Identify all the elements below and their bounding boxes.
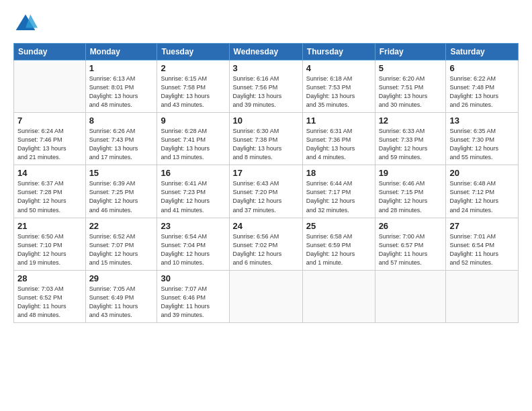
day-number: 17 bbox=[233, 168, 299, 178]
day-number: 25 bbox=[306, 221, 371, 231]
day-number: 15 bbox=[89, 168, 154, 178]
calendar-cell: 27Sunrise: 7:01 AM Sunset: 6:54 PM Dayli… bbox=[446, 218, 519, 270]
day-number: 6 bbox=[449, 63, 515, 73]
day-info: Sunrise: 6:52 AM Sunset: 7:07 PM Dayligh… bbox=[89, 232, 154, 267]
week-row-3: 14Sunrise: 6:37 AM Sunset: 7:28 PM Dayli… bbox=[14, 165, 519, 218]
day-number: 27 bbox=[449, 221, 515, 231]
page: SundayMondayTuesdayWednesdayThursdayFrid… bbox=[0, 0, 532, 411]
calendar-cell: 19Sunrise: 6:46 AM Sunset: 7:15 PM Dayli… bbox=[375, 165, 446, 218]
calendar-cell bbox=[375, 270, 446, 322]
day-number: 12 bbox=[379, 116, 443, 126]
calendar-cell: 20Sunrise: 6:48 AM Sunset: 7:12 PM Dayli… bbox=[446, 165, 519, 218]
weekday-header-monday: Monday bbox=[85, 44, 157, 60]
calendar-cell bbox=[229, 270, 302, 322]
day-info: Sunrise: 7:00 AM Sunset: 6:57 PM Dayligh… bbox=[379, 232, 443, 267]
logo bbox=[13, 12, 42, 36]
calendar-cell: 10Sunrise: 6:30 AM Sunset: 7:38 PM Dayli… bbox=[229, 113, 302, 165]
day-number: 23 bbox=[161, 221, 225, 231]
day-info: Sunrise: 6:15 AM Sunset: 7:58 PM Dayligh… bbox=[161, 75, 225, 109]
day-number: 26 bbox=[379, 221, 443, 231]
day-info: Sunrise: 6:54 AM Sunset: 7:04 PM Dayligh… bbox=[161, 232, 225, 267]
day-info: Sunrise: 6:35 AM Sunset: 7:30 PM Dayligh… bbox=[449, 127, 515, 162]
day-number: 20 bbox=[449, 168, 515, 178]
day-number: 18 bbox=[306, 168, 371, 178]
day-number: 22 bbox=[89, 221, 154, 231]
calendar-cell: 18Sunrise: 6:44 AM Sunset: 7:17 PM Dayli… bbox=[302, 165, 375, 218]
day-info: Sunrise: 6:44 AM Sunset: 7:17 PM Dayligh… bbox=[306, 179, 371, 214]
calendar-cell bbox=[446, 270, 519, 322]
day-number: 7 bbox=[17, 116, 82, 126]
calendar-cell: 16Sunrise: 6:41 AM Sunset: 7:23 PM Dayli… bbox=[157, 165, 229, 218]
weekday-header-sunday: Sunday bbox=[14, 44, 86, 60]
logo-icon bbox=[13, 12, 38, 36]
day-info: Sunrise: 6:50 AM Sunset: 7:10 PM Dayligh… bbox=[17, 232, 82, 267]
day-number: 13 bbox=[449, 116, 515, 126]
day-info: Sunrise: 6:18 AM Sunset: 7:53 PM Dayligh… bbox=[306, 75, 371, 109]
calendar-cell: 28Sunrise: 7:03 AM Sunset: 6:52 PM Dayli… bbox=[14, 270, 86, 322]
calendar-table: SundayMondayTuesdayWednesdayThursdayFrid… bbox=[13, 43, 519, 323]
week-row-1: 1Sunrise: 6:13 AM Sunset: 8:01 PM Daylig… bbox=[14, 60, 519, 113]
day-number: 30 bbox=[161, 273, 225, 283]
day-number: 19 bbox=[379, 168, 443, 178]
day-info: Sunrise: 6:43 AM Sunset: 7:20 PM Dayligh… bbox=[233, 179, 299, 214]
calendar-cell: 21Sunrise: 6:50 AM Sunset: 7:10 PM Dayli… bbox=[14, 218, 86, 270]
day-info: Sunrise: 7:01 AM Sunset: 6:54 PM Dayligh… bbox=[449, 232, 515, 267]
calendar-cell: 24Sunrise: 6:56 AM Sunset: 7:02 PM Dayli… bbox=[229, 218, 302, 270]
day-info: Sunrise: 6:37 AM Sunset: 7:28 PM Dayligh… bbox=[17, 179, 82, 214]
calendar-cell: 12Sunrise: 6:33 AM Sunset: 7:33 PM Dayli… bbox=[375, 113, 446, 165]
week-row-2: 7Sunrise: 6:24 AM Sunset: 7:46 PM Daylig… bbox=[14, 113, 519, 165]
calendar-cell: 11Sunrise: 6:31 AM Sunset: 7:36 PM Dayli… bbox=[302, 113, 375, 165]
day-number: 29 bbox=[89, 273, 154, 283]
day-info: Sunrise: 7:07 AM Sunset: 6:46 PM Dayligh… bbox=[161, 285, 225, 320]
week-row-5: 28Sunrise: 7:03 AM Sunset: 6:52 PM Dayli… bbox=[14, 270, 519, 322]
day-info: Sunrise: 6:13 AM Sunset: 8:01 PM Dayligh… bbox=[89, 75, 154, 109]
day-info: Sunrise: 6:26 AM Sunset: 7:43 PM Dayligh… bbox=[89, 127, 154, 162]
day-info: Sunrise: 6:41 AM Sunset: 7:23 PM Dayligh… bbox=[161, 179, 225, 214]
day-info: Sunrise: 6:16 AM Sunset: 7:56 PM Dayligh… bbox=[233, 75, 299, 109]
calendar-cell bbox=[302, 270, 375, 322]
day-number: 28 bbox=[17, 273, 82, 283]
calendar-cell: 3Sunrise: 6:16 AM Sunset: 7:56 PM Daylig… bbox=[229, 60, 302, 113]
weekday-header-thursday: Thursday bbox=[302, 44, 375, 60]
day-number: 5 bbox=[379, 63, 443, 73]
calendar-cell: 8Sunrise: 6:26 AM Sunset: 7:43 PM Daylig… bbox=[85, 113, 157, 165]
day-info: Sunrise: 6:22 AM Sunset: 7:48 PM Dayligh… bbox=[449, 75, 515, 109]
day-info: Sunrise: 6:30 AM Sunset: 7:38 PM Dayligh… bbox=[233, 127, 299, 162]
calendar-cell: 1Sunrise: 6:13 AM Sunset: 8:01 PM Daylig… bbox=[85, 60, 157, 113]
day-number: 10 bbox=[233, 116, 299, 126]
day-info: Sunrise: 6:33 AM Sunset: 7:33 PM Dayligh… bbox=[379, 127, 443, 162]
calendar-cell: 5Sunrise: 6:20 AM Sunset: 7:51 PM Daylig… bbox=[375, 60, 446, 113]
weekday-header-row: SundayMondayTuesdayWednesdayThursdayFrid… bbox=[14, 44, 519, 60]
day-info: Sunrise: 6:46 AM Sunset: 7:15 PM Dayligh… bbox=[379, 179, 443, 214]
calendar-cell: 22Sunrise: 6:52 AM Sunset: 7:07 PM Dayli… bbox=[85, 218, 157, 270]
calendar-cell: 25Sunrise: 6:58 AM Sunset: 6:59 PM Dayli… bbox=[302, 218, 375, 270]
calendar-cell: 23Sunrise: 6:54 AM Sunset: 7:04 PM Dayli… bbox=[157, 218, 229, 270]
calendar-cell: 7Sunrise: 6:24 AM Sunset: 7:46 PM Daylig… bbox=[14, 113, 86, 165]
day-info: Sunrise: 6:20 AM Sunset: 7:51 PM Dayligh… bbox=[379, 75, 443, 109]
calendar-cell: 9Sunrise: 6:28 AM Sunset: 7:41 PM Daylig… bbox=[157, 113, 229, 165]
calendar-cell: 26Sunrise: 7:00 AM Sunset: 6:57 PM Dayli… bbox=[375, 218, 446, 270]
day-info: Sunrise: 6:58 AM Sunset: 6:59 PM Dayligh… bbox=[306, 232, 371, 267]
calendar-cell: 15Sunrise: 6:39 AM Sunset: 7:25 PM Dayli… bbox=[85, 165, 157, 218]
calendar-cell: 30Sunrise: 7:07 AM Sunset: 6:46 PM Dayli… bbox=[157, 270, 229, 322]
header bbox=[13, 12, 519, 36]
day-info: Sunrise: 6:31 AM Sunset: 7:36 PM Dayligh… bbox=[306, 127, 371, 162]
calendar-cell: 4Sunrise: 6:18 AM Sunset: 7:53 PM Daylig… bbox=[302, 60, 375, 113]
weekday-header-tuesday: Tuesday bbox=[157, 44, 229, 60]
day-info: Sunrise: 7:03 AM Sunset: 6:52 PM Dayligh… bbox=[17, 285, 82, 320]
calendar-cell: 17Sunrise: 6:43 AM Sunset: 7:20 PM Dayli… bbox=[229, 165, 302, 218]
calendar-cell: 6Sunrise: 6:22 AM Sunset: 7:48 PM Daylig… bbox=[446, 60, 519, 113]
day-info: Sunrise: 6:48 AM Sunset: 7:12 PM Dayligh… bbox=[449, 179, 515, 214]
calendar-cell bbox=[14, 60, 86, 113]
day-number: 11 bbox=[306, 116, 371, 126]
weekday-header-friday: Friday bbox=[375, 44, 446, 60]
day-number: 9 bbox=[161, 116, 225, 126]
calendar-cell: 29Sunrise: 7:05 AM Sunset: 6:49 PM Dayli… bbox=[85, 270, 157, 322]
day-number: 16 bbox=[161, 168, 225, 178]
day-info: Sunrise: 7:05 AM Sunset: 6:49 PM Dayligh… bbox=[89, 285, 154, 320]
day-number: 14 bbox=[17, 168, 82, 178]
calendar-cell: 14Sunrise: 6:37 AM Sunset: 7:28 PM Dayli… bbox=[14, 165, 86, 218]
day-number: 1 bbox=[89, 63, 154, 73]
day-number: 21 bbox=[17, 221, 82, 231]
weekday-header-saturday: Saturday bbox=[446, 44, 519, 60]
